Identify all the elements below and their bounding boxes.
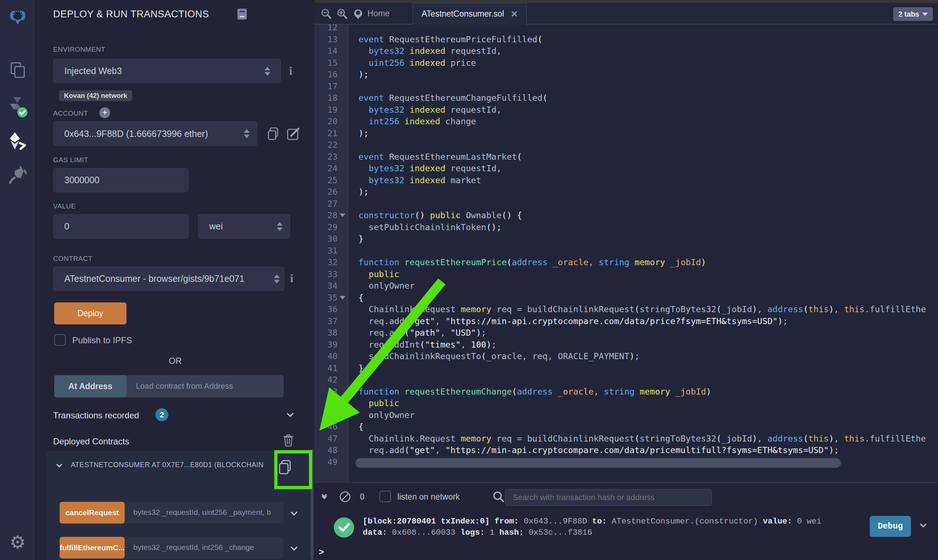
deployed-contract-title[interactable]: ATESTNETCONSUMER AT 0X7E7...E80D1 (BLOCK… xyxy=(71,461,273,469)
terminal-prompt[interactable]: > xyxy=(319,546,324,557)
clear-console-ban-icon[interactable] xyxy=(340,491,351,502)
contract-select[interactable]: ATestnetConsumer - browser/gists/9b71e07… xyxy=(53,267,284,291)
account-select[interactable]: 0x643...9F88D (1.666673996 ether) xyxy=(53,122,257,146)
line-number: 40 xyxy=(314,351,337,362)
line-number: 46 xyxy=(314,421,337,433)
editor-horizontal-scrollbar[interactable] xyxy=(355,458,841,468)
settings-gear-icon[interactable]: ⚙ xyxy=(10,532,26,553)
edit-account-icon[interactable] xyxy=(286,126,301,142)
line-number: 17 xyxy=(314,81,337,92)
publish-ipfs-checkbox[interactable] xyxy=(54,334,66,346)
copy-account-icon[interactable] xyxy=(267,126,280,142)
cancel-request-button[interactable]: cancelRequest xyxy=(60,502,125,523)
select-arrows-icon xyxy=(264,66,270,75)
at-address-input[interactable]: Load contract from Address xyxy=(126,375,284,397)
fold-arrow-icon[interactable] xyxy=(340,296,345,300)
code-line: 14 bytes32 indexed requestId, xyxy=(314,45,938,57)
code-line: 18event RequestEthereumChangeFulfilled( xyxy=(314,92,938,104)
terminal-search-input[interactable] xyxy=(505,489,712,506)
line-number: 22 xyxy=(314,139,337,151)
code-line: 27 xyxy=(314,198,938,210)
tab-home[interactable]: Home xyxy=(368,9,389,18)
code-line: 25 bytes32 indexed market xyxy=(314,174,938,186)
file-explorer-icon[interactable] xyxy=(8,61,27,81)
icon-sidebar: ⚙ xyxy=(0,0,36,560)
close-tab-icon[interactable]: ✕ xyxy=(511,9,518,19)
line-number: 37 xyxy=(314,315,337,327)
listen-network-checkbox[interactable] xyxy=(380,491,391,502)
line-number: 45 xyxy=(314,409,337,421)
line-number: 42 xyxy=(314,374,337,386)
tabs-dropdown-arrow-icon xyxy=(922,13,928,16)
fold-arrow-icon[interactable] xyxy=(340,214,345,217)
publish-ipfs-label: Publish to IPFS xyxy=(72,335,132,345)
log-expand-chevron-icon[interactable] xyxy=(920,521,927,528)
function-params[interactable]: bytes32 _requestId, uint256 _payment, b xyxy=(133,508,271,517)
listen-network-label: listen on network xyxy=(397,492,460,502)
line-number: 30 xyxy=(314,233,337,245)
code-line: 46{ xyxy=(314,421,938,433)
gas-limit-input[interactable]: 3000000 xyxy=(53,168,189,192)
line-number: 15 xyxy=(314,57,337,69)
pending-tx-count: 0 xyxy=(360,492,364,502)
environment-info-icon[interactable]: i xyxy=(289,64,292,78)
tabs-count-badge[interactable]: 2 tabs xyxy=(893,7,933,21)
code-text: bytes32 indexed requestId, xyxy=(358,104,501,116)
line-number: 44 xyxy=(314,397,337,409)
code-line: 17 xyxy=(314,81,938,92)
line-number: 38 xyxy=(314,327,337,339)
code-line: 48 req.add("get", "https://min-api.crypt… xyxy=(314,445,938,456)
line-number: 31 xyxy=(314,245,337,257)
tab-atestnetconsumer[interactable]: ATestnetConsumer.sol ✕ xyxy=(413,3,527,25)
expand-terminal-icon[interactable] xyxy=(322,493,326,498)
function-expand-chevron-icon[interactable] xyxy=(291,509,298,516)
environment-label: ENVIRONMENT xyxy=(53,46,106,54)
line-number: 20 xyxy=(314,115,337,128)
transactions-chevron-down-icon[interactable] xyxy=(286,410,294,417)
line-number: 14 xyxy=(314,45,337,57)
remix-logo-icon xyxy=(7,6,28,29)
code-line: 12 xyxy=(314,25,938,34)
solidity-compiler-icon[interactable] xyxy=(7,96,29,120)
top-strip xyxy=(314,0,938,3)
fulfill-ethereum-button[interactable]: fulfillEthereumC... xyxy=(60,537,125,558)
or-divider: OR xyxy=(36,356,314,366)
contract-info-icon[interactable]: i xyxy=(290,272,294,285)
contract-expand-chevron-icon[interactable] xyxy=(56,462,63,468)
terminal-search-icon xyxy=(492,491,505,505)
zoom-in-icon[interactable] xyxy=(336,8,348,22)
deploy-button[interactable]: Deploy xyxy=(54,302,126,325)
function-row: fulfillEthereumC... bytes32 _requestId, … xyxy=(60,537,284,558)
debug-button[interactable]: Debug xyxy=(870,516,911,537)
code-line: 47 Chainlink.Request memory req = buildC… xyxy=(314,433,938,445)
code-line: 22 xyxy=(314,139,938,151)
value-input[interactable]: 0 xyxy=(53,214,189,238)
code-text: bytes32 indexed requestId, xyxy=(358,45,501,57)
transaction-log[interactable]: [block:20780401 txIndex:0] from: 0x643..… xyxy=(363,516,876,538)
code-text: ); xyxy=(358,128,369,140)
line-number: 23 xyxy=(314,151,337,163)
code-line: 16); xyxy=(314,69,938,81)
network-badge: Kovan (42) network xyxy=(59,90,132,101)
code-line: 39 req.addInt("times", 100); xyxy=(314,339,938,351)
add-account-icon[interactable]: + xyxy=(99,107,110,118)
tabs-count-label: 2 tabs xyxy=(898,10,919,18)
home-tab-icon[interactable] xyxy=(352,8,364,22)
code-editor[interactable]: 1213event RequestEthereumPriceFulfilled(… xyxy=(314,25,938,482)
code-line: 28constructor() public Ownable() { xyxy=(314,209,938,222)
deploy-run-icon[interactable] xyxy=(8,131,28,152)
clear-deployed-trash-icon[interactable] xyxy=(283,434,294,448)
deploy-run-panel: DEPLOY & RUN TRANSACTIONS ENVIRONMENT In… xyxy=(36,0,314,560)
line-number: 12 xyxy=(314,25,337,34)
at-address-button[interactable]: At Address xyxy=(54,375,126,397)
transactions-count-badge: 2 xyxy=(155,408,168,421)
function-expand-chevron-icon[interactable] xyxy=(291,544,298,551)
environment-select[interactable]: Injected Web3 xyxy=(53,59,281,83)
docs-book-icon[interactable] xyxy=(237,8,248,22)
zoom-out-icon[interactable] xyxy=(320,8,332,22)
line-number: 26 xyxy=(314,186,337,198)
gas-limit-label: GAS LIMIT xyxy=(53,156,89,164)
value-unit-select[interactable]: wei xyxy=(198,214,290,238)
function-params[interactable]: bytes32 _requestId, int256 _change xyxy=(133,543,271,552)
plugin-manager-icon[interactable] xyxy=(8,165,28,186)
